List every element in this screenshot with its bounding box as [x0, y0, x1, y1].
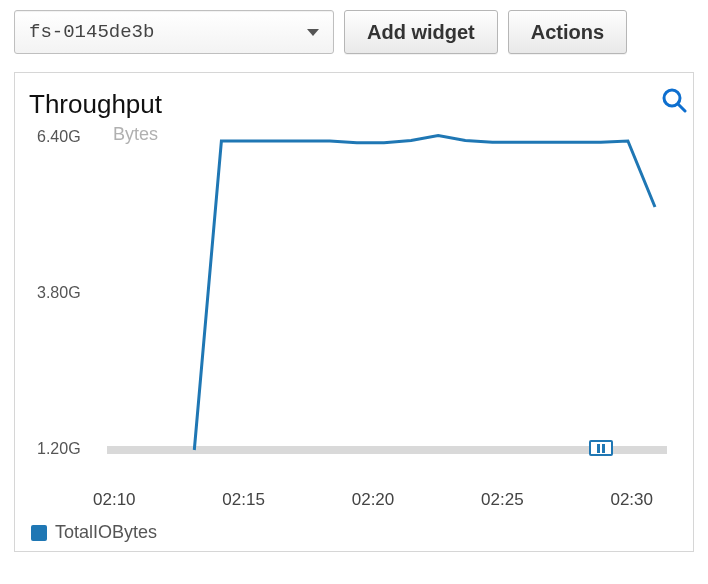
x-axis: 02:10 02:15 02:20 02:25 02:30 [93, 490, 653, 510]
y-tick-label: 3.80G [37, 284, 81, 302]
plot-area: Bytes 6.40G 3.80G 1.20G [29, 126, 681, 486]
x-tick-label: 02:30 [610, 490, 653, 510]
filesystem-selector-value: fs-0145de3b [29, 21, 154, 43]
chart-svg [107, 134, 667, 454]
svg-line-1 [678, 104, 685, 111]
x-tick-label: 02:15 [222, 490, 265, 510]
x-tick-label: 02:20 [352, 490, 395, 510]
actions-button[interactable]: Actions [508, 10, 627, 54]
expand-icon[interactable] [661, 87, 687, 113]
legend-swatch-icon [31, 525, 47, 541]
legend: TotalIOBytes [31, 522, 681, 543]
time-range-marker-icon[interactable] [589, 440, 613, 456]
filesystem-selector[interactable]: fs-0145de3b [14, 10, 334, 54]
x-tick-label: 02:10 [93, 490, 136, 510]
add-widget-button[interactable]: Add widget [344, 10, 498, 54]
x-tick-label: 02:25 [481, 490, 524, 510]
chart-title: Throughput [29, 89, 681, 120]
y-tick-label: 6.40G [37, 128, 81, 146]
throughput-chart-card: Throughput Bytes 6.40G 3.80G 1.20G 02:10… [14, 72, 694, 552]
chevron-down-icon [307, 29, 319, 36]
series-line-totaliobytes [194, 136, 655, 450]
legend-label: TotalIOBytes [55, 522, 157, 543]
toolbar: fs-0145de3b Add widget Actions [14, 10, 694, 54]
y-tick-label: 1.20G [37, 440, 81, 458]
